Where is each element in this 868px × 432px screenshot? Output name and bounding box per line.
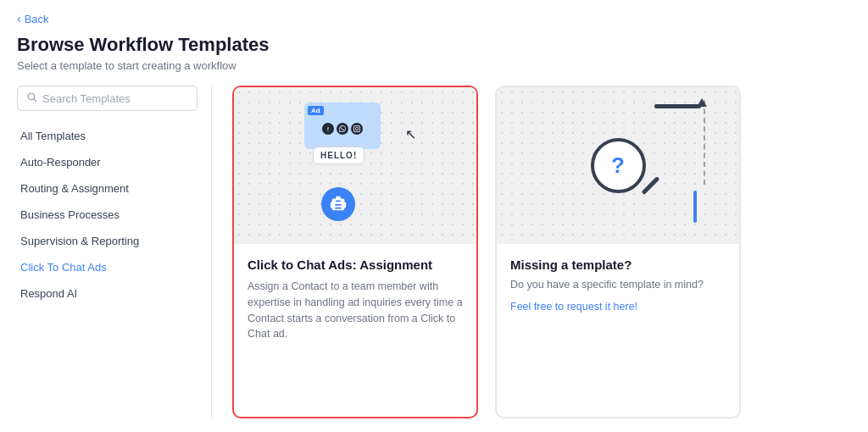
sidebar-item-business[interactable]: Business Processes [17,202,198,228]
card-illustration: Ad f ↖ [234,87,476,244]
magnifier: ? [591,138,646,193]
dashed-line [704,100,705,185]
template-card-click-chat[interactable]: Ad f ↖ [232,86,478,418]
hello-bubble: HELLO! [313,147,364,164]
template-card-description: Assign a Contact to a team member with e… [248,279,463,342]
sidebar-item-click-chat[interactable]: Click To Chat Ads [17,254,198,280]
request-template-link[interactable]: Feel free to request it here! [510,301,637,313]
magnifier-handle [641,176,659,195]
triangle-indicator [697,98,707,107]
bot-icon [321,187,355,221]
ad-label: Ad [308,106,324,115]
back-chevron-icon: ‹ [17,12,21,25]
sidebar-item-routing[interactable]: Routing & Assignment [17,175,198,202]
search-box[interactable] [17,86,198,111]
solid-bar [654,104,701,108]
ad-box: Ad f [304,102,381,149]
sidebar-item-auto-responder[interactable]: Auto-Responder [17,149,198,175]
sidebar: All Templates Auto-Responder Routing & A… [17,86,212,418]
svg-point-0 [28,93,35,100]
back-label: Back [25,13,49,25]
magnifier-circle: ? [591,138,646,193]
missing-card-description: Do you have a specific template in mind? [510,279,726,291]
content-area: All Templates Auto-Responder Routing & A… [0,72,868,432]
instagram-icon [351,123,363,135]
question-mark: ? [611,152,625,179]
missing-card-illustration: ? [497,87,739,244]
social-icons: f [322,123,363,135]
page-title: Browse Workflow Templates [17,34,851,56]
template-card-title: Click to Chat Ads: Assignment [248,258,463,272]
svg-line-1 [34,99,36,102]
missing-card-title: Missing a template? [510,258,726,272]
cursor-icon: ↖ [405,126,416,142]
page-container: ‹ Back Browse Workflow Templates Select … [0,0,868,432]
main-area: Ad f ↖ [212,86,851,418]
back-link[interactable]: ‹ Back [17,12,49,25]
search-icon [26,91,37,105]
facebook-icon: f [322,123,334,135]
top-bar: ‹ Back Browse Workflow Templates Select … [0,0,868,72]
blue-bar [693,191,697,223]
whatsapp-icon [337,123,348,135]
template-card-body: Click to Chat Ads: Assignment Assign a C… [234,244,476,417]
missing-card-body: Missing a template? Do you have a specif… [497,244,739,326]
sidebar-item-supervision[interactable]: Supervision & Reporting [17,228,198,254]
sidebar-item-all[interactable]: All Templates [17,123,198,149]
search-input[interactable] [42,92,188,105]
missing-template-card[interactable]: ? Missing a template? Do you have a spec… [495,86,741,418]
illustration-wrapper: Ad f ↖ [287,102,423,230]
page-subtitle: Select a template to start creating a wo… [17,59,851,72]
sidebar-item-respond[interactable]: Respond AI [17,280,198,307]
